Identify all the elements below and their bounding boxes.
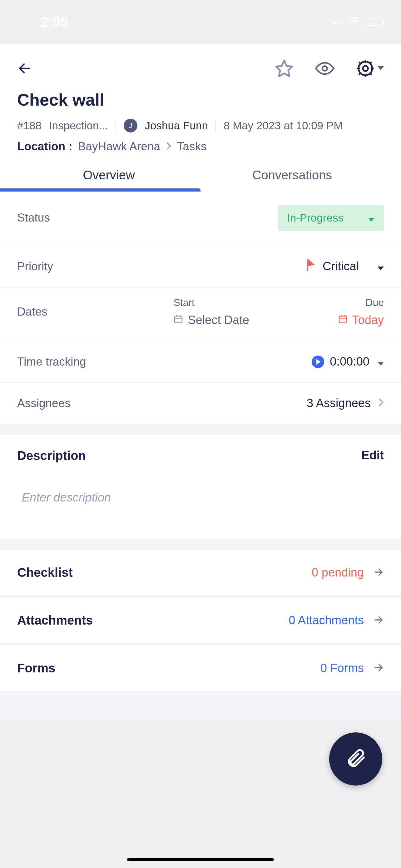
forms-row[interactable]: Forms 0 Forms xyxy=(0,646,401,691)
eye-icon[interactable] xyxy=(315,62,334,75)
forms-label: Forms xyxy=(17,661,55,675)
author-name: Joshua Funn xyxy=(145,119,208,132)
flag-icon xyxy=(306,259,316,274)
start-date-value: Select Date xyxy=(188,313,249,327)
start-date-group: Start Select Date xyxy=(136,297,249,327)
arrow-right-icon xyxy=(373,662,384,674)
svg-rect-3 xyxy=(343,18,344,25)
settings-chevron-icon[interactable] xyxy=(377,66,384,71)
section-gap xyxy=(0,539,401,550)
assignees-value: 3 Assignees xyxy=(307,397,371,410)
star-icon[interactable] xyxy=(274,59,294,78)
status-value: In-Progress xyxy=(287,212,343,224)
svg-point-6 xyxy=(322,66,327,71)
svg-rect-13 xyxy=(339,316,347,323)
attachments-value: 0 Attachments xyxy=(289,614,364,627)
due-date-picker[interactable]: Today xyxy=(338,313,384,327)
paperclip-icon xyxy=(345,747,367,771)
status-time: 2:05 xyxy=(41,14,68,30)
app-screen: 2:05 xyxy=(0,0,401,868)
checklist-label: Checklist xyxy=(17,565,73,580)
divider xyxy=(215,120,216,131)
breadcrumb: Location : BayHawk Arena Tasks xyxy=(17,140,384,153)
attachments-row[interactable]: Attachments 0 Attachments xyxy=(0,598,401,643)
tab-overview[interactable]: Overview xyxy=(17,168,201,191)
task-title: Check wall xyxy=(17,90,384,110)
chevron-down-icon xyxy=(377,260,384,273)
time-value: 0:00:00 xyxy=(330,355,369,368)
chevron-down-icon[interactable] xyxy=(377,355,384,368)
section-gap xyxy=(0,424,401,435)
priority-row: Priority Critical xyxy=(0,245,401,288)
overview-fields: Status In-Progress Priority Critical Dat… xyxy=(0,191,401,424)
chevron-right-icon xyxy=(166,140,171,153)
priority-value: Critical xyxy=(323,260,359,273)
time-tracking-row: Time tracking 0:00:00 xyxy=(0,341,401,383)
author-avatar[interactable]: J xyxy=(124,119,137,132)
status-label: Status xyxy=(17,211,50,224)
chevron-down-icon xyxy=(368,212,374,224)
time-tracking-control[interactable]: 0:00:00 xyxy=(312,355,384,368)
status-icons xyxy=(334,17,382,27)
priority-select[interactable]: Critical xyxy=(306,259,384,274)
dates-label: Dates xyxy=(17,305,47,318)
task-meta: #188 Inspection... J Joshua Funn 8 May 2… xyxy=(17,119,384,132)
calendar-icon xyxy=(173,313,183,327)
assignees-row[interactable]: Assignees 3 Assignees xyxy=(0,383,401,424)
svg-marker-5 xyxy=(276,60,292,76)
description-title: Description xyxy=(17,449,86,463)
section-gap xyxy=(0,691,401,719)
task-header: Check wall #188 Inspection... J Joshua F… xyxy=(0,44,401,191)
attachments-label: Attachments xyxy=(17,613,93,627)
svg-rect-0 xyxy=(334,22,336,25)
due-date-value: Today xyxy=(352,313,384,327)
top-actions xyxy=(17,53,384,87)
content: Check wall #188 Inspection... J Joshua F… xyxy=(0,44,401,719)
home-indicator[interactable] xyxy=(127,858,274,861)
edit-description-button[interactable]: Edit xyxy=(361,449,384,463)
calendar-icon xyxy=(338,313,348,327)
location-secondary[interactable]: Tasks xyxy=(177,140,207,153)
task-type[interactable]: Inspection... xyxy=(49,119,108,132)
priority-label: Priority xyxy=(17,260,53,273)
description-section: Description Edit Enter description xyxy=(0,435,401,539)
status-select[interactable]: In-Progress xyxy=(278,205,384,231)
attach-fab[interactable] xyxy=(329,733,382,785)
forms-value: 0 Forms xyxy=(321,661,364,675)
chevron-right-icon xyxy=(378,397,384,410)
section-gap xyxy=(0,643,401,646)
checklist-value: 0 pending xyxy=(312,566,364,579)
cellular-icon xyxy=(334,18,345,26)
location-primary[interactable]: BayHawk Arena xyxy=(78,140,160,153)
play-icon[interactable] xyxy=(312,355,324,368)
svg-rect-2 xyxy=(340,19,341,25)
settings-icon[interactable] xyxy=(356,59,375,78)
start-date-picker[interactable]: Select Date xyxy=(173,313,249,327)
status-bar: 2:05 xyxy=(0,0,401,44)
divider xyxy=(115,120,116,131)
description-input[interactable]: Enter description xyxy=(0,469,401,539)
section-gap xyxy=(0,595,401,598)
assignees-label: Assignees xyxy=(17,397,71,410)
due-label: Due xyxy=(338,297,384,308)
task-timestamp: 8 May 2023 at 10:09 PM xyxy=(224,119,343,132)
tabs: Overview Conversations xyxy=(17,168,384,191)
svg-rect-1 xyxy=(337,21,338,25)
checklist-row[interactable]: Checklist 0 pending xyxy=(0,550,401,595)
due-date-group: Due Today xyxy=(338,297,384,327)
dates-row: Dates Start Select Date Due xyxy=(0,288,401,341)
start-label: Start xyxy=(173,297,249,308)
task-id: #188 xyxy=(17,119,41,132)
svg-point-7 xyxy=(363,66,368,71)
svg-rect-9 xyxy=(175,316,182,323)
svg-point-8 xyxy=(359,62,372,75)
location-label: Location : xyxy=(17,140,72,153)
status-row: Status In-Progress xyxy=(0,191,401,245)
arrow-right-icon xyxy=(373,567,384,579)
wifi-icon xyxy=(349,17,360,27)
back-button[interactable] xyxy=(17,61,32,76)
tab-conversations[interactable]: Conversations xyxy=(201,168,384,191)
battery-icon xyxy=(365,18,382,26)
arrow-right-icon xyxy=(373,615,384,626)
time-tracking-label: Time tracking xyxy=(17,355,86,368)
